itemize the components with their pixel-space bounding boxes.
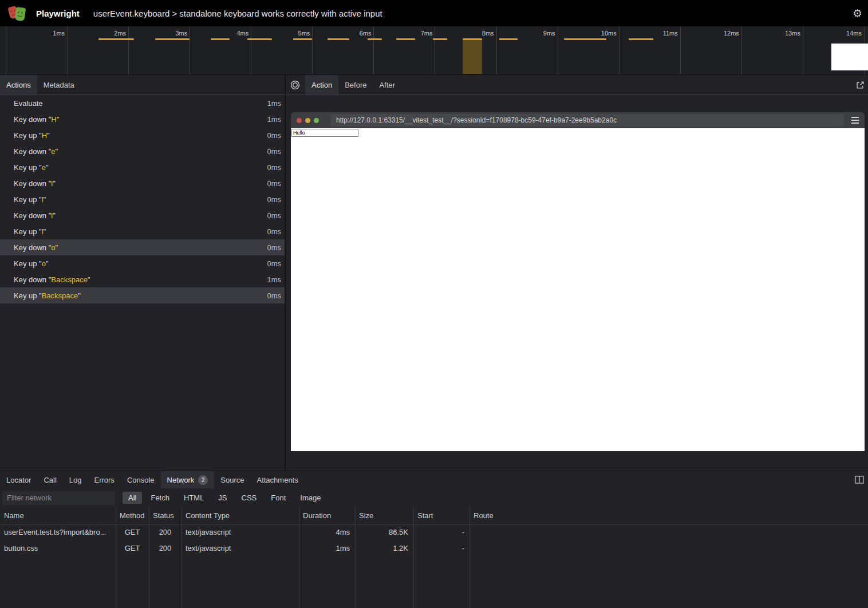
film-strip-thumbnail[interactable] — [831, 44, 868, 70]
table-cell-name[interactable]: userEvent.test.ts?import&bro... — [0, 524, 116, 540]
action-title: Evaluate — [14, 99, 43, 108]
table-header-divider — [0, 524, 868, 525]
filter-chip-js[interactable]: JS — [212, 492, 232, 504]
timeline-gridline — [435, 26, 435, 74]
table-cell-route[interactable] — [469, 524, 868, 540]
action-list-item[interactable]: Key up "Backspace"0ms — [0, 287, 285, 303]
table-column-separator — [116, 507, 116, 608]
timeline-action-tick[interactable] — [368, 38, 382, 40]
quote-mark: " — [53, 179, 56, 188]
tab-label: Call — [44, 476, 56, 484]
tab-source[interactable]: Source — [214, 471, 250, 488]
snapshot-browser-chrome: http://127.0.0.1:63315/__vitest_test__/?… — [291, 112, 865, 128]
timeline-action-tick[interactable] — [155, 38, 190, 40]
table-cell-route[interactable] — [469, 540, 868, 556]
table-header-route[interactable]: Route — [469, 507, 868, 524]
filter-chip-fetch[interactable]: Fetch — [145, 492, 175, 504]
tab-before[interactable]: Before — [338, 75, 373, 94]
snapshot-text-input[interactable] — [291, 129, 358, 137]
table-cell-content_type[interactable]: text/javascript — [182, 540, 299, 556]
timeline-axis-label: 7ms — [404, 30, 432, 37]
pick-locator-target-icon[interactable] — [286, 75, 305, 94]
table-cell-method[interactable]: GET — [116, 524, 149, 540]
gear-icon[interactable]: ⚙ — [853, 0, 862, 26]
timeline-action-tick[interactable] — [463, 38, 482, 40]
timeline-action-tick[interactable] — [211, 38, 230, 40]
filter-chip-all[interactable]: All — [123, 492, 142, 504]
table-cell-duration[interactable]: 1ms — [299, 540, 355, 556]
timeline-gridline — [741, 26, 742, 74]
table-header-status[interactable]: Status — [149, 507, 182, 524]
table-cell-name[interactable]: button.css — [0, 540, 116, 556]
timeline-action-tick[interactable] — [98, 38, 134, 40]
action-list-item[interactable]: Key up "l"0ms — [0, 223, 285, 239]
tab-call[interactable]: Call — [37, 471, 62, 488]
action-key-name: e — [51, 147, 55, 156]
action-list-item[interactable]: Key down "o"0ms — [0, 239, 285, 255]
action-list-item[interactable]: Evaluate1ms — [0, 95, 285, 111]
timeline-action-tick[interactable] — [564, 38, 606, 40]
timeline-action-tick[interactable] — [629, 38, 653, 40]
table-header-start[interactable]: Start — [413, 507, 469, 524]
action-list-item[interactable]: Key up "H"0ms — [0, 127, 285, 143]
timeline-action-tick[interactable] — [433, 38, 447, 40]
tab-metadata[interactable]: Metadata — [37, 75, 81, 94]
table-header-name[interactable]: Name — [0, 507, 116, 524]
split-panel-icon[interactable] — [855, 471, 864, 488]
table-cell-start[interactable]: - — [413, 540, 469, 556]
timeline-action-tick[interactable] — [247, 38, 272, 40]
filter-chip-html[interactable]: HTML — [178, 492, 210, 504]
timeline-selected-action-bar[interactable] — [463, 39, 482, 74]
table-cell-content_type[interactable]: text/javascript — [182, 524, 299, 540]
timeline-action-tick[interactable] — [396, 38, 415, 40]
table-cell-start[interactable]: - — [413, 524, 469, 540]
timeline-axis-label: 3ms — [159, 30, 187, 37]
table-header-content-type[interactable]: Content Type — [182, 507, 299, 524]
tab-console[interactable]: Console — [121, 471, 161, 488]
table-cell-status[interactable]: 200 — [149, 524, 182, 540]
tab-network[interactable]: Network2 — [161, 471, 215, 488]
filter-chip-css[interactable]: CSS — [236, 492, 263, 504]
network-filter-input[interactable] — [2, 491, 115, 505]
action-list-item[interactable]: Key down "l"0ms — [0, 175, 285, 191]
timeline-axis-label: 5ms — [281, 30, 310, 37]
action-list-item[interactable]: Key down "l"0ms — [0, 207, 285, 223]
tab-errors[interactable]: Errors — [88, 471, 120, 488]
action-list-item[interactable]: Key up "o"0ms — [0, 255, 285, 271]
timeline[interactable]: 1ms2ms3ms4ms5ms6ms7ms8ms9ms10ms11ms12ms1… — [0, 26, 868, 75]
timeline-gridline — [496, 26, 497, 74]
tab-actions[interactable]: Actions — [0, 75, 37, 94]
table-header-method[interactable]: Method — [116, 507, 149, 524]
table-header-size[interactable]: Size — [355, 507, 413, 524]
tab-label: Actions — [6, 81, 31, 89]
filter-chip-image[interactable]: Image — [294, 492, 326, 504]
network-filter-chips: AllFetchHTMLJSCSSFontImage — [123, 492, 329, 504]
tab-after[interactable]: After — [373, 75, 401, 94]
network-table: NameMethodStatusContent TypeDurationSize… — [0, 507, 868, 556]
table-header-duration[interactable]: Duration — [299, 507, 355, 524]
action-list-item[interactable]: Key down "H"1ms — [0, 111, 285, 127]
table-cell-size[interactable]: 86.5K — [355, 524, 413, 540]
tab-action[interactable]: Action — [305, 75, 338, 94]
timeline-action-tick[interactable] — [328, 38, 349, 40]
action-duration: 1ms — [267, 115, 281, 124]
filter-chip-font[interactable]: Font — [265, 492, 291, 504]
tab-label: Source — [220, 476, 244, 484]
open-external-icon[interactable] — [856, 75, 865, 95]
table-cell-duration[interactable]: 4ms — [299, 524, 355, 540]
tab-log[interactable]: Log — [63, 471, 88, 488]
table-cell-size[interactable]: 1.2K — [355, 540, 413, 556]
tab-locator[interactable]: Locator — [0, 471, 37, 488]
timeline-gridline — [558, 26, 558, 74]
table-cell-method[interactable]: GET — [116, 540, 149, 556]
tab-attachments[interactable]: Attachments — [250, 471, 304, 488]
table-cell-status[interactable]: 200 — [149, 540, 182, 556]
action-list-item[interactable]: Key up "l"0ms — [0, 191, 285, 207]
action-duration: 1ms — [267, 99, 281, 108]
tab-label: After — [379, 81, 394, 89]
timeline-action-tick[interactable] — [499, 38, 518, 40]
action-list-item[interactable]: Key down "Backspace"1ms — [0, 271, 285, 287]
action-list-item[interactable]: Key down "e"0ms — [0, 143, 285, 159]
action-list-item[interactable]: Key up "e"0ms — [0, 159, 285, 175]
timeline-action-tick[interactable] — [293, 38, 312, 40]
